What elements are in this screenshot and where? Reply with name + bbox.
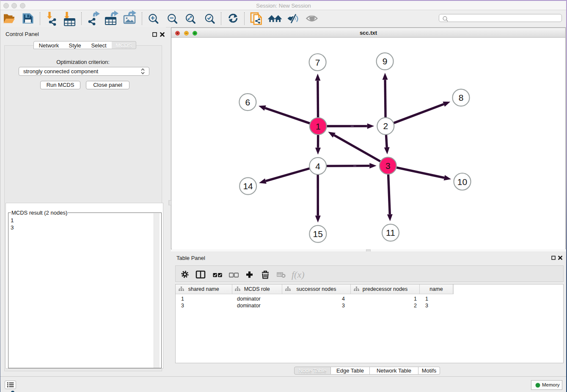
svg-text:f(x): f(x) — [292, 269, 305, 280]
svg-text:4: 4 — [315, 161, 320, 171]
svg-text:9: 9 — [383, 56, 388, 66]
svg-text:6: 6 — [245, 97, 250, 107]
svg-text:2: 2 — [383, 121, 388, 131]
svg-text:10: 10 — [457, 177, 467, 187]
svg-text:3: 3 — [385, 161, 391, 171]
svg-text:1: 1 — [316, 121, 321, 131]
svg-text:15: 15 — [313, 229, 323, 239]
svg-text:8: 8 — [459, 93, 464, 102]
svg-text:14: 14 — [243, 181, 253, 191]
svg-text:7: 7 — [315, 58, 320, 67]
svg-text:11: 11 — [386, 228, 395, 237]
